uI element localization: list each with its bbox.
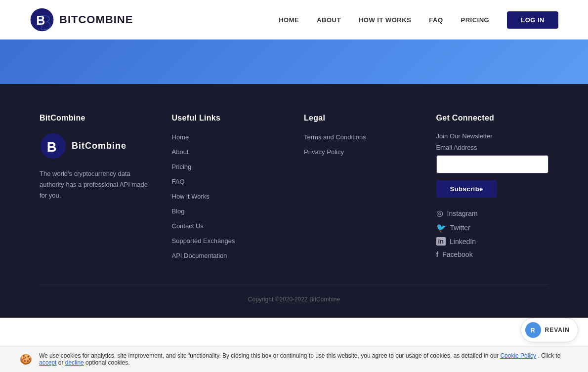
hero-band [0, 40, 588, 84]
instagram-label: Instagram [447, 209, 478, 217]
twitter-icon: 🐦 [436, 223, 446, 232]
twitter-link[interactable]: 🐦 Twitter [436, 223, 549, 232]
footer-link-privacy[interactable]: Privacy Policy [304, 148, 344, 156]
newsletter-email-label: Email Address [436, 144, 549, 151]
footer-link-blog[interactable]: Blog [172, 207, 185, 215]
linkedin-link[interactable]: in LinkedIn [436, 237, 549, 246]
nav-about[interactable]: ABOUT [317, 16, 341, 24]
svg-text:B: B [47, 139, 57, 155]
footer-link-terms[interactable]: Terms and Conditions [304, 133, 366, 141]
footer-link-home[interactable]: Home [172, 133, 189, 141]
copyright-text: Copyright ©2020-2022 BitCombine [248, 296, 340, 303]
logo[interactable]: B BITCOMBINE [30, 7, 133, 32]
footer-link-faq[interactable]: FAQ [172, 178, 185, 185]
svg-text:R: R [531, 327, 535, 334]
social-links: ◎ Instagram 🐦 Twitter in LinkedIn f Face… [436, 208, 549, 258]
nav-home[interactable]: HOME [279, 16, 299, 24]
footer-brand-title: BitCombine [40, 114, 152, 123]
revain-avatar: R [525, 322, 541, 338]
footer-legal: Legal Terms and Conditions Privacy Polic… [304, 114, 417, 260]
navbar: B BITCOMBINE HOME ABOUT HOW IT WORKS FAQ… [0, 0, 588, 40]
facebook-label: Facebook [442, 250, 472, 258]
footer-logo-text: BitCombine [72, 141, 126, 151]
newsletter-email-input[interactable] [436, 155, 549, 173]
twitter-label: Twitter [450, 224, 470, 232]
revain-badge[interactable]: R Revain [521, 318, 578, 342]
footer-grid: BitCombine B BitCombine The world's cryp… [40, 114, 548, 260]
footer-link-supported-exchanges[interactable]: Supported Exchanges [172, 237, 235, 245]
cookie-icon: 🍪 [20, 353, 32, 365]
footer-link-pricing[interactable]: Pricing [172, 163, 192, 170]
instagram-icon: ◎ [436, 208, 443, 218]
footer-logo-icon: B [40, 132, 67, 160]
linkedin-label: LinkedIn [450, 238, 476, 246]
cookie-decline-button[interactable]: decline [65, 359, 84, 366]
instagram-link[interactable]: ◎ Instagram [436, 208, 549, 218]
footer-link-contact-us[interactable]: Contact Us [172, 222, 204, 230]
linkedin-icon: in [436, 237, 446, 246]
nav-pricing[interactable]: PRICING [461, 16, 490, 24]
footer-link-about[interactable]: About [172, 148, 189, 156]
footer-newsletter: Get Connected Join Our Newsletter Email … [436, 114, 549, 260]
logo-text: BITCOMBINE [59, 13, 133, 26]
footer-legal-title: Legal [304, 114, 417, 123]
facebook-icon: f [436, 250, 439, 258]
footer-brand: BitCombine B BitCombine The world's cryp… [40, 114, 152, 260]
revain-label: Revain [545, 327, 570, 333]
footer-useful-links: Useful Links Home About Pricing FAQ How … [172, 114, 285, 260]
nav-faq[interactable]: FAQ [429, 16, 443, 24]
footer-newsletter-title: Get Connected [436, 114, 549, 123]
footer-useful-links-title: Useful Links [172, 114, 285, 123]
footer-link-how-it-works[interactable]: How it Works [172, 193, 210, 200]
cookie-accept-button[interactable]: accept [39, 359, 56, 366]
login-button[interactable]: LOG IN [507, 11, 558, 29]
subscribe-button[interactable]: Subscribe [436, 180, 497, 198]
footer-links-list: Home About Pricing FAQ How it Works Blog… [172, 132, 285, 260]
cookie-bar: 🍪 We use cookies for analytics, site imp… [0, 346, 588, 372]
footer-link-api-docs[interactable]: API Documentation [172, 252, 227, 259]
footer: BitCombine B BitCombine The world's cryp… [0, 84, 588, 318]
footer-legal-list: Terms and Conditions Privacy Policy [304, 132, 417, 156]
cookie-text: We use cookies for analytics, site impro… [39, 352, 568, 366]
facebook-link[interactable]: f Facebook [436, 250, 549, 258]
nav-how-it-works[interactable]: HOW IT WORKS [359, 16, 411, 24]
footer-bottom: Copyright ©2020-2022 BitCombine [40, 285, 548, 303]
footer-brand-desc: The world's cryptocurrency data authorit… [40, 168, 152, 201]
newsletter-subtitle: Join Our Newsletter [436, 132, 549, 140]
nav-links: HOME ABOUT HOW IT WORKS FAQ PRICING LOG … [279, 15, 558, 24]
cookie-policy-link[interactable]: Cookie Policy [500, 352, 536, 359]
revain-icon: R [528, 325, 538, 335]
